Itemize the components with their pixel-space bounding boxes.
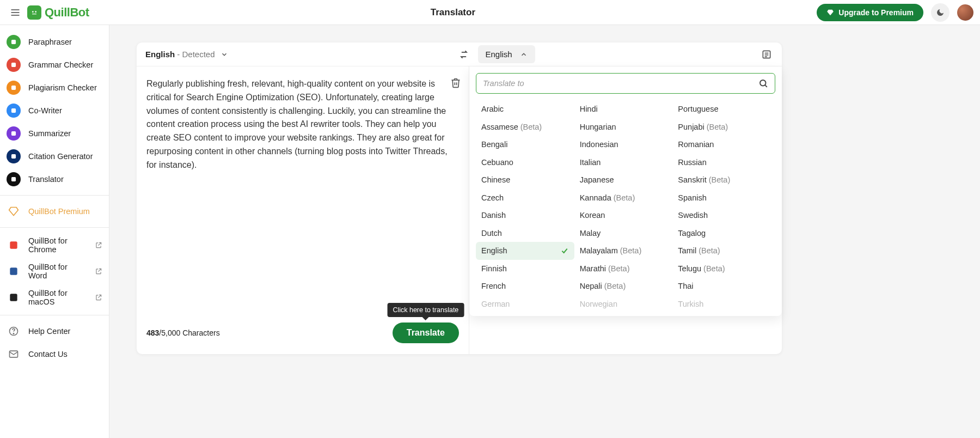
diamond-icon	[826, 9, 834, 16]
sidebar-item[interactable]: Grammar Checker	[0, 53, 109, 76]
language-option[interactable]: Assamese(Beta)	[476, 118, 574, 136]
sidebar-premium[interactable]: QuillBot Premium	[0, 200, 109, 223]
language-search-input[interactable]	[483, 79, 758, 88]
language-option[interactable]: English	[476, 242, 574, 260]
beta-badge: (Beta)	[709, 175, 731, 184]
sidebar-help[interactable]: Help Center	[0, 320, 109, 343]
language-name: Danish	[481, 211, 506, 220]
language-option[interactable]: Kannada(Beta)	[574, 189, 673, 207]
swap-languages-button[interactable]	[453, 49, 475, 60]
brand-logo-icon	[27, 5, 41, 20]
language-option[interactable]: Indonesian	[574, 136, 673, 154]
language-grid: ArabicHindiPortugueseAssamese(Beta)Hunga…	[476, 100, 775, 313]
language-option[interactable]: Dutch	[476, 224, 574, 242]
source-text-input[interactable]: Regularly publishing fresh, relevant, hi…	[146, 77, 459, 316]
sidebar-item[interactable]: Translator	[0, 168, 109, 191]
sidebar-ext-label: QuillBot for macOS	[28, 289, 87, 306]
language-option[interactable]: Sanskrit(Beta)	[672, 171, 771, 189]
target-lang-selector[interactable]: English	[478, 45, 535, 63]
language-option[interactable]: Norwegian	[574, 295, 673, 313]
chevron-up-icon	[520, 51, 528, 58]
language-option[interactable]: Malayalam(Beta)	[574, 242, 673, 260]
language-option[interactable]: Hindi	[574, 100, 673, 118]
language-name: Malayalam	[580, 246, 618, 255]
language-option[interactable]: Portuguese	[672, 100, 771, 118]
language-option[interactable]: Malay	[574, 224, 673, 242]
char-max: 5,000 Characters	[161, 328, 219, 337]
language-name: Telugu	[678, 264, 701, 273]
source-panel: Regularly publishing fresh, relevant, hi…	[137, 66, 469, 354]
language-name: Italian	[580, 158, 601, 167]
external-link-icon	[95, 294, 102, 301]
language-name: Russian	[678, 158, 706, 167]
sidebar-item[interactable]: Citation Generator	[0, 145, 109, 168]
target-lang-name: English	[486, 50, 512, 59]
language-option[interactable]: Tamil(Beta)	[672, 242, 771, 260]
translator-header: English - Detected English	[137, 42, 782, 66]
language-option[interactable]: Turkish	[672, 295, 771, 313]
sidebar-item-label: Plagiarism Checker	[28, 83, 97, 92]
language-name: Tagalog	[678, 229, 706, 238]
sidebar-ext-label: QuillBot for Chrome	[28, 236, 87, 254]
language-option[interactable]: Arabic	[476, 100, 574, 118]
language-option[interactable]: Marathi(Beta)	[574, 260, 673, 278]
language-option[interactable]: German	[476, 295, 574, 313]
menu-icon[interactable]	[7, 4, 24, 21]
sidebar-ext-label: QuillBot for Word	[28, 263, 87, 280]
language-dropdown: ArabicHindiPortugueseAssamese(Beta)Hunga…	[469, 66, 782, 316]
avatar[interactable]	[957, 4, 973, 21]
language-option[interactable]: Chinese	[476, 171, 574, 189]
sidebar-item[interactable]: Plagiarism Checker	[0, 76, 109, 99]
upgrade-button[interactable]: Upgrade to Premium	[817, 4, 923, 21]
language-option[interactable]: Hungarian	[574, 118, 673, 136]
language-option[interactable]: Romanian	[672, 136, 771, 154]
language-name: Arabic	[481, 105, 504, 113]
target-panel: ArabicHindiPortugueseAssamese(Beta)Hunga…	[469, 66, 782, 354]
language-name: French	[481, 282, 506, 290]
translate-button[interactable]: Click here to translate Translate	[393, 323, 459, 343]
sidebar-item-icon	[7, 172, 21, 186]
beta-badge: (Beta)	[703, 264, 725, 273]
language-option[interactable]: Japanese	[574, 171, 673, 189]
search-icon	[758, 78, 768, 88]
sidebar-ext-item[interactable]: QuillBot for Word	[0, 258, 109, 284]
language-option[interactable]: Nepali(Beta)	[574, 277, 673, 295]
sidebar-item-label: Grammar Checker	[28, 60, 93, 69]
language-option[interactable]: Bengali	[476, 136, 574, 154]
language-name: Nepali	[580, 282, 602, 290]
svg-rect-10	[11, 131, 16, 136]
sidebar-item[interactable]: Summarizer	[0, 122, 109, 145]
language-option[interactable]: Spanish	[672, 189, 771, 207]
svg-rect-11	[11, 154, 16, 159]
language-option[interactable]: Punjabi(Beta)	[672, 118, 771, 136]
language-name: Bengali	[481, 140, 507, 149]
language-option[interactable]: Finnish	[476, 260, 574, 278]
sidebar-item[interactable]: Paraphraser	[0, 31, 109, 53]
language-option[interactable]: Russian	[672, 154, 771, 172]
language-option[interactable]: Thai	[672, 277, 771, 295]
sidebar-ext-item[interactable]: QuillBot for Chrome	[0, 232, 109, 258]
language-option[interactable]: Swedish	[672, 206, 771, 224]
sidebar-item[interactable]: Co-Writer	[0, 99, 109, 122]
language-option[interactable]: Cebuano	[476, 154, 574, 172]
language-option[interactable]: Tagalog	[672, 224, 771, 242]
language-option[interactable]: Italian	[574, 154, 673, 172]
theme-toggle[interactable]	[931, 3, 950, 22]
language-option[interactable]: Korean	[574, 206, 673, 224]
history-icon[interactable]	[761, 49, 772, 60]
app-layout: ParaphraserGrammar CheckerPlagiarism Che…	[0, 25, 980, 438]
language-search[interactable]	[476, 73, 775, 94]
source-lang-name: English	[145, 50, 175, 59]
brand-logo[interactable]: QuillBot	[27, 5, 89, 20]
language-option[interactable]: French	[476, 277, 574, 295]
clear-text-button[interactable]	[450, 77, 461, 88]
language-option[interactable]: Telugu(Beta)	[672, 260, 771, 278]
main-content: English - Detected English	[109, 25, 980, 438]
language-option[interactable]: Danish	[476, 206, 574, 224]
source-lang-selector[interactable]: English - Detected	[137, 50, 453, 59]
language-name: Spanish	[678, 193, 706, 202]
sidebar-contact[interactable]: Contact Us	[0, 343, 109, 366]
language-option[interactable]: Czech	[476, 189, 574, 207]
sidebar-ext-item[interactable]: QuillBot for macOS	[0, 284, 109, 311]
sidebar-premium-label: QuillBot Premium	[28, 207, 90, 216]
